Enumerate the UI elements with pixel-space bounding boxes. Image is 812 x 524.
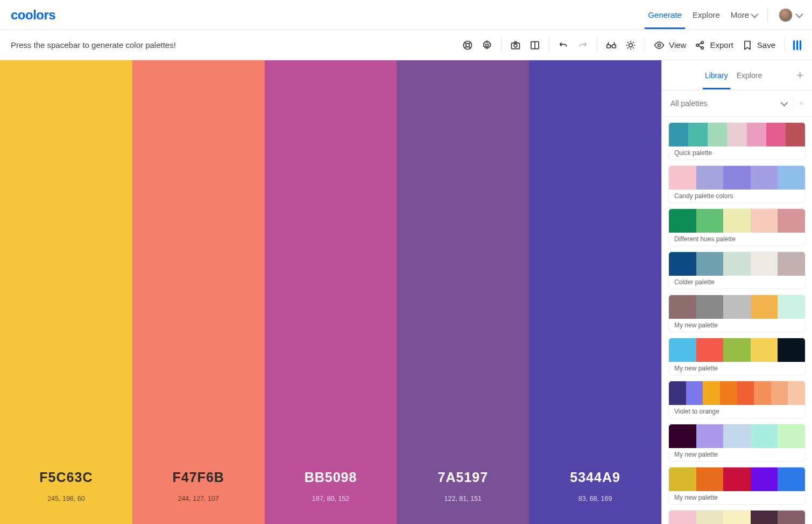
svg-point-13 xyxy=(629,43,633,47)
library-item[interactable]: My new palette22 xyxy=(668,510,806,524)
brightness-button[interactable] xyxy=(625,40,636,51)
chevron-down-icon xyxy=(751,10,758,18)
swatch xyxy=(751,295,778,319)
search-button[interactable] xyxy=(793,98,803,109)
swatch xyxy=(754,381,771,405)
filter-select[interactable]: All palettes xyxy=(670,99,793,108)
sun-icon xyxy=(625,40,636,51)
palette-swatches xyxy=(669,424,805,448)
nav-explore[interactable]: Explore xyxy=(693,1,720,29)
swatch xyxy=(778,467,805,491)
undo-button[interactable] xyxy=(558,40,569,51)
library-item[interactable]: My new palette xyxy=(668,338,806,375)
rgb-value[interactable]: 244, 127, 107 xyxy=(178,495,218,502)
swatch xyxy=(688,123,708,146)
tab-library[interactable]: Library xyxy=(705,61,728,89)
settings-button[interactable] xyxy=(482,40,492,51)
swatch xyxy=(778,209,805,233)
nav-generate[interactable]: Generate xyxy=(648,1,682,29)
swatch xyxy=(771,381,788,405)
library-item[interactable]: My new palette xyxy=(668,295,806,332)
logo[interactable]: coolors xyxy=(11,8,55,23)
rgb-value[interactable]: 187, 80, 152 xyxy=(312,495,350,502)
svg-point-8 xyxy=(514,44,517,47)
content: F5C63C245, 198, 60F47F6B244, 127, 107BB5… xyxy=(0,60,812,524)
swatch xyxy=(723,209,751,233)
swatch xyxy=(696,338,724,362)
palette-swatches xyxy=(669,209,805,233)
palette-swatches xyxy=(669,467,805,491)
library-item[interactable]: Violet to orange xyxy=(668,381,806,418)
swatch xyxy=(669,209,696,233)
swatch xyxy=(696,467,724,491)
panel-toggle[interactable] xyxy=(793,40,801,50)
nav-more[interactable]: More xyxy=(731,1,757,29)
rgb-value[interactable]: 83, 68, 169 xyxy=(578,495,612,502)
library-item-name: My new palette xyxy=(669,362,805,375)
user-menu[interactable] xyxy=(779,8,801,22)
hex-value[interactable]: 5344A9 xyxy=(570,470,620,485)
swatch xyxy=(786,123,805,146)
export-button[interactable]: Export xyxy=(695,40,733,51)
divider xyxy=(645,38,645,53)
library-item[interactable]: Candy palette colors xyxy=(668,165,806,203)
swatch xyxy=(737,381,754,405)
filter-label: All palettes xyxy=(670,99,707,108)
help-button[interactable] xyxy=(462,40,473,51)
redo-button[interactable] xyxy=(577,40,588,51)
hex-value[interactable]: F47F6B xyxy=(173,470,224,485)
swatch xyxy=(778,295,805,319)
swatch xyxy=(669,424,696,448)
tab-explore[interactable]: Explore xyxy=(737,61,762,89)
collage-icon xyxy=(529,40,540,51)
svg-line-26 xyxy=(698,43,702,44)
camera-button[interactable] xyxy=(510,40,521,51)
hex-value[interactable]: BB5098 xyxy=(305,470,357,485)
palette-column[interactable]: BB5098187, 80, 152 xyxy=(265,60,397,524)
library-item[interactable]: My new palette xyxy=(668,467,806,505)
gear-icon xyxy=(482,40,492,51)
palette-column[interactable]: 5344A983, 68, 169 xyxy=(529,60,661,524)
library-item[interactable]: My new palette xyxy=(668,424,806,462)
library-item[interactable]: Quick palette xyxy=(668,122,806,160)
hex-value[interactable]: 7A5197 xyxy=(438,470,489,485)
hex-value[interactable]: F5C63C xyxy=(39,470,93,485)
view-button[interactable]: View xyxy=(654,40,686,51)
add-palette-button[interactable]: + xyxy=(796,68,803,82)
svg-line-19 xyxy=(633,47,634,48)
swatch xyxy=(696,511,724,524)
collage-button[interactable] xyxy=(529,40,540,51)
palette-swatches xyxy=(669,338,805,362)
swatch xyxy=(669,166,696,190)
divider xyxy=(784,38,785,53)
swatch xyxy=(669,252,696,276)
save-button[interactable]: Save xyxy=(742,40,775,51)
svg-line-3 xyxy=(469,42,471,44)
glasses-button[interactable] xyxy=(606,40,617,51)
palette-column[interactable]: 7A5197122, 81, 151 xyxy=(397,60,529,524)
library-list[interactable]: Quick paletteCandy palette colorsDiffere… xyxy=(662,117,812,524)
swatch xyxy=(778,424,805,448)
swatch xyxy=(751,166,778,190)
swatch xyxy=(751,252,778,276)
palette-column[interactable]: F5C63C245, 198, 60 xyxy=(0,60,132,524)
library-item-name: Different hues palette xyxy=(669,233,805,246)
bars-icon xyxy=(793,40,801,50)
rgb-value[interactable]: 245, 198, 60 xyxy=(47,495,85,502)
swatch xyxy=(686,381,703,405)
svg-point-6 xyxy=(486,44,489,46)
swatch xyxy=(696,209,724,233)
swatch xyxy=(696,166,724,190)
swatch xyxy=(696,252,724,276)
swatch xyxy=(696,295,724,319)
library-item[interactable]: Colder palette xyxy=(668,251,806,289)
rgb-value[interactable]: 122, 81, 151 xyxy=(444,495,482,502)
library-item[interactable]: Different hues palette xyxy=(668,208,806,246)
swatch xyxy=(766,123,786,146)
swatch xyxy=(751,467,778,491)
library-item-name: My new palette xyxy=(669,319,805,332)
palette-column[interactable]: F47F6B244, 127, 107 xyxy=(132,60,265,524)
swatch xyxy=(723,424,751,448)
swatch xyxy=(778,511,805,524)
swatch xyxy=(669,295,696,319)
